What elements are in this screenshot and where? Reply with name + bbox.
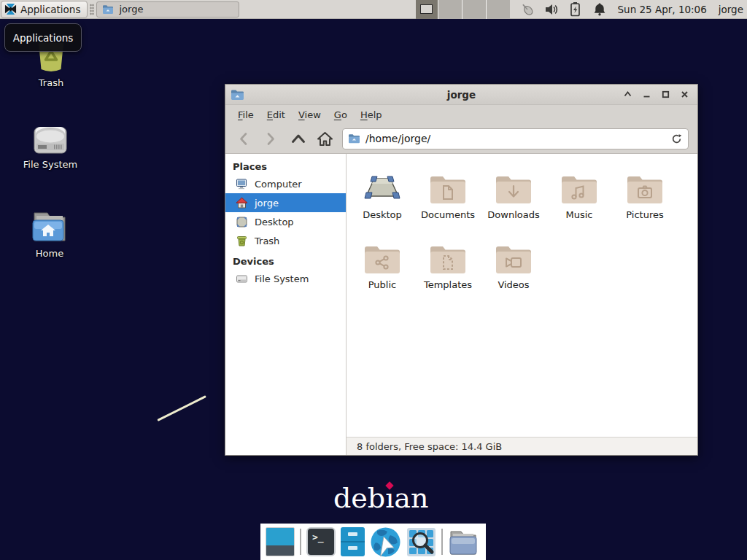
refresh-icon[interactable] xyxy=(671,133,682,144)
desktop-special-icon xyxy=(363,164,401,205)
wordmark-pre: deb xyxy=(333,482,385,514)
drive-icon xyxy=(236,273,248,285)
battery-icon[interactable] xyxy=(568,1,583,18)
terminal-icon[interactable]: >_ xyxy=(306,527,336,556)
folder-item-pictures[interactable]: Pictures xyxy=(612,164,678,234)
tooltip-text: Applications xyxy=(13,32,73,44)
folder-label: Public xyxy=(368,279,396,290)
workspace-3[interactable] xyxy=(462,0,486,19)
download-folder-icon xyxy=(495,164,533,205)
up-icon[interactable] xyxy=(288,128,309,149)
folder-item-desktop[interactable]: Desktop xyxy=(349,164,415,234)
workspace-window-miniature xyxy=(420,4,433,14)
path-bar[interactable]: /home/jorge/ xyxy=(342,128,689,149)
folder-item-documents[interactable]: Documents xyxy=(415,164,481,234)
desktop-icon-label: Home xyxy=(36,248,63,259)
mouse-device-icon[interactable] xyxy=(520,1,535,18)
home-folder-icon xyxy=(30,209,69,244)
folder-item-music[interactable]: Music xyxy=(546,164,612,234)
sidebar-item-jorge[interactable]: jorge xyxy=(225,193,346,212)
hard-drive-icon xyxy=(34,127,67,155)
debian-wordmark: debıan xyxy=(333,482,428,514)
window-titlebar[interactable]: jorge xyxy=(225,85,697,105)
folder-item-templates[interactable]: Templates xyxy=(415,234,481,304)
templates-folder-icon xyxy=(429,234,467,275)
sidebar-item-trash[interactable]: Trash xyxy=(225,231,346,250)
folder-item-public[interactable]: Public xyxy=(349,234,415,304)
wordmark-i: ı xyxy=(385,482,394,514)
volume-icon[interactable] xyxy=(544,1,559,18)
show-desktop-icon[interactable] xyxy=(266,527,295,556)
file-manager-window: jorge File Edit View Go Help xyxy=(225,84,698,456)
user-home-icon xyxy=(236,197,248,209)
back-icon[interactable] xyxy=(233,128,253,149)
taskbar-folder-icon xyxy=(102,4,114,15)
menu-file[interactable]: File xyxy=(231,107,260,122)
workspace-2[interactable] xyxy=(438,0,462,19)
folder-item-downloads[interactable]: Downloads xyxy=(481,164,546,234)
folder-item-videos[interactable]: Videos xyxy=(481,234,546,304)
desktop-icon-label: File System xyxy=(23,159,77,170)
main-area: Desktop Documents xyxy=(347,154,697,455)
app-finder-icon[interactable] xyxy=(406,527,436,557)
home-icon[interactable] xyxy=(314,128,335,149)
videos-folder-icon xyxy=(495,234,533,275)
sidebar-item-label: Computer xyxy=(255,179,302,190)
folder-label: Music xyxy=(566,209,593,220)
menu-edit[interactable]: Edit xyxy=(260,107,292,122)
workspace-switcher xyxy=(416,0,510,19)
shade-icon[interactable] xyxy=(622,90,632,100)
sidebar-places-header: Places xyxy=(225,158,346,174)
menu-view[interactable]: View xyxy=(292,107,328,122)
dock-separator xyxy=(441,529,443,555)
folder-label: Downloads xyxy=(487,209,539,220)
workspace-4[interactable] xyxy=(486,0,510,19)
sidebar-item-file-system[interactable]: File System xyxy=(225,269,346,288)
close-icon[interactable] xyxy=(679,90,689,100)
path-folder-icon xyxy=(348,133,360,144)
sidebar-item-desktop[interactable]: Desktop xyxy=(225,212,346,231)
menu-bar: File Edit View Go Help xyxy=(225,105,697,124)
dock-separator xyxy=(300,529,301,555)
applications-tooltip: Applications xyxy=(4,23,82,52)
applications-menu-button[interactable]: Applications xyxy=(1,1,88,18)
menu-help[interactable]: Help xyxy=(354,107,389,122)
sidebar: Places Computer xyxy=(225,154,347,455)
sidebar-item-computer[interactable]: Computer xyxy=(225,174,346,193)
panel-handle[interactable] xyxy=(90,4,94,15)
window-body: Places Computer xyxy=(225,154,697,455)
taskbar-window-label: jorge xyxy=(119,4,143,15)
desktop-icon xyxy=(236,216,248,228)
maximize-icon[interactable] xyxy=(660,90,670,100)
window-controls xyxy=(622,90,697,100)
notifications-bell-icon[interactable] xyxy=(592,1,607,18)
path-input[interactable]: /home/jorge/ xyxy=(365,133,430,144)
folder-label: Pictures xyxy=(626,209,663,220)
wordmark-post: an xyxy=(394,482,428,514)
folder-label: Documents xyxy=(421,209,475,220)
sidebar-item-label: Desktop xyxy=(255,217,294,228)
folder-label: Templates xyxy=(424,279,472,290)
applications-menu-label: Applications xyxy=(20,4,80,15)
xfce-applications-icon xyxy=(4,3,17,15)
file-grid: Desktop Documents xyxy=(347,154,697,437)
folder-label: Videos xyxy=(498,279,529,290)
minimize-icon[interactable] xyxy=(641,90,651,100)
panel-clock[interactable]: Sun 25 Apr, 10:06 xyxy=(618,4,707,15)
sidebar-item-label: Trash xyxy=(255,236,279,246)
folder-label: Desktop xyxy=(363,209,402,220)
dock-panel: >_ xyxy=(260,524,486,560)
menu-go[interactable]: Go xyxy=(328,107,354,122)
workspace-1[interactable] xyxy=(416,0,438,19)
public-share-folder-icon xyxy=(363,234,401,275)
toolbar: /home/jorge/ xyxy=(225,124,697,154)
taskbar-window-button[interactable]: jorge xyxy=(96,1,239,18)
forward-icon[interactable] xyxy=(260,128,281,149)
desktop-icon-file-system[interactable]: File System xyxy=(17,127,84,170)
file-cabinet-icon[interactable] xyxy=(341,527,365,556)
trash-icon xyxy=(236,235,248,247)
directory-menu-folder-icon[interactable] xyxy=(448,528,479,556)
desktop-icon-home[interactable]: Home xyxy=(16,209,83,259)
web-browser-globe-icon[interactable] xyxy=(370,526,401,558)
sidebar-devices-header: Devices xyxy=(225,253,346,269)
